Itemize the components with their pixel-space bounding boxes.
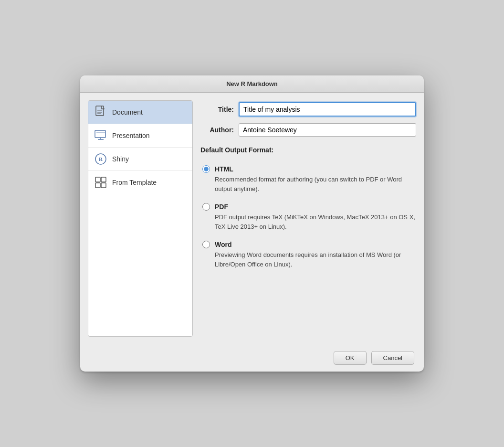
radio-word-row: Word [202,241,416,248]
sidebar-item-shiny[interactable]: R Shiny [88,148,192,171]
svg-rect-13 [101,183,106,188]
radio-pdf-label[interactable]: PDF [215,203,228,211]
sidebar: Document Presentation [88,100,193,337]
sidebar-item-presentation-label: Presentation [112,132,150,139]
radio-word-label[interactable]: Word [215,241,232,248]
radio-html-label[interactable]: HTML [215,165,233,173]
main-content: Title: Author: Default Output Format: HT… [200,100,416,337]
output-format-group: HTML Recommended format for authoring (y… [200,160,416,274]
author-input[interactable] [239,123,416,137]
radio-option-word: Word Previewing Word documents requires … [200,236,416,274]
sidebar-item-from-template[interactable]: From Template [88,171,192,194]
svg-rect-10 [95,177,100,182]
svg-rect-12 [95,183,100,188]
sidebar-item-from-template-label: From Template [112,179,157,186]
dialog-body: Document Presentation [80,93,424,344]
title-row: Title: [200,102,416,117]
radio-option-html: HTML Recommended format for authoring (y… [200,160,416,198]
radio-html[interactable] [202,165,210,173]
svg-text:R: R [99,156,103,162]
ok-button[interactable]: OK [334,351,367,365]
dialog-footer: OK Cancel [80,344,424,372]
radio-pdf[interactable] [202,203,210,211]
radio-pdf-row: PDF [202,203,416,211]
new-rmarkdown-dialog: New R Markdown Document [80,75,424,372]
document-icon [94,106,107,119]
template-icon [94,176,107,189]
sidebar-item-document-label: Document [112,108,143,116]
svg-rect-11 [101,177,106,182]
dialog-titlebar: New R Markdown [80,75,424,93]
radio-option-pdf: PDF PDF output requires TeX (MiKTeX on W… [200,198,416,236]
dialog-title: New R Markdown [226,80,278,87]
presentation-icon [94,129,107,142]
radio-html-description: Recommended format for authoring (you ca… [215,175,416,193]
title-input[interactable] [239,102,416,117]
radio-html-row: HTML [202,165,416,173]
shiny-icon: R [94,152,107,166]
sidebar-item-document[interactable]: Document [88,101,192,124]
radio-word-description: Previewing Word documents requires an in… [215,250,416,269]
sidebar-item-presentation[interactable]: Presentation [88,124,192,148]
author-row: Author: [200,123,416,137]
cancel-button[interactable]: Cancel [371,351,414,365]
output-format-title: Default Output Format: [200,146,416,154]
radio-word[interactable] [202,241,210,248]
sidebar-item-shiny-label: Shiny [112,155,129,163]
radio-pdf-description: PDF output requires TeX (MiKTeX on Windo… [215,213,416,231]
author-label: Author: [200,126,234,134]
title-label: Title: [200,106,234,113]
svg-rect-4 [95,130,105,138]
